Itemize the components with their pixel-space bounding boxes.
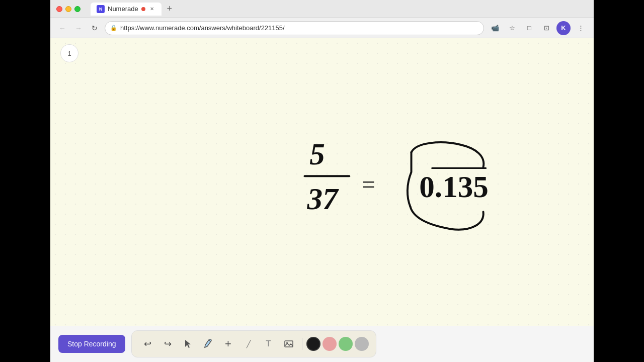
svg-rect-7 xyxy=(285,341,293,347)
lock-icon: 🔒 xyxy=(110,25,117,31)
svg-text:=: = xyxy=(362,171,375,197)
bottom-toolbar: Stop Recording ↩ ↪ + ╱ T xyxy=(50,326,594,362)
title-bar: N Numerade ✕ + xyxy=(50,0,594,18)
tab-search-icon[interactable]: ⊡ xyxy=(539,21,553,35)
tab-recording-indicator xyxy=(141,7,145,11)
svg-text:5: 5 xyxy=(309,137,325,171)
extensions-icon[interactable]: □ xyxy=(522,21,536,35)
color-green[interactable] xyxy=(339,337,353,351)
color-black[interactable] xyxy=(306,337,320,351)
maximize-button[interactable] xyxy=(74,6,80,12)
tab-close-button[interactable]: ✕ xyxy=(148,6,155,13)
tab-bar: N Numerade ✕ + xyxy=(91,3,588,16)
tools-panel: ↩ ↪ + ╱ T xyxy=(131,330,376,357)
select-tool[interactable] xyxy=(179,335,197,353)
close-button[interactable] xyxy=(56,6,62,12)
image-tool[interactable] xyxy=(280,335,298,353)
bookmark-icon[interactable]: ☆ xyxy=(505,21,519,35)
more-options-icon[interactable]: ⋮ xyxy=(574,21,588,35)
url-text: https://www.numerade.com/answers/whitebo… xyxy=(120,24,285,32)
traffic-lights xyxy=(56,6,80,12)
svg-text:37: 37 xyxy=(306,182,339,216)
undo-button[interactable]: ↩ xyxy=(139,335,157,353)
nav-bar: ← → ↻ 🔒 https://www.numerade.com/answers… xyxy=(50,18,594,38)
forward-button[interactable]: → xyxy=(72,22,85,34)
refresh-button[interactable]: ↻ xyxy=(89,22,101,34)
nav-actions: 📹 ☆ □ ⊡ K ⋮ xyxy=(488,21,588,35)
stop-recording-button[interactable]: Stop Recording xyxy=(58,335,125,353)
eraser-tool[interactable]: ╱ xyxy=(239,335,258,353)
tab-title: Numerade xyxy=(108,5,138,13)
svg-text:0.135: 0.135 xyxy=(419,170,489,204)
profile-button[interactable]: K xyxy=(556,21,571,35)
color-gray[interactable] xyxy=(355,337,369,351)
whiteboard-canvas[interactable]: 1 5 37 = 0.135 xyxy=(50,38,594,326)
minimize-button[interactable] xyxy=(65,6,71,12)
tab-favicon: N xyxy=(97,5,105,13)
active-tab[interactable]: N Numerade ✕ xyxy=(91,3,162,16)
add-tool[interactable]: + xyxy=(219,335,237,353)
screen-record-icon[interactable]: 📹 xyxy=(488,21,502,35)
back-button[interactable]: ← xyxy=(56,22,68,34)
address-bar[interactable]: 🔒 https://www.numerade.com/answers/white… xyxy=(105,21,484,35)
redo-button[interactable]: ↪ xyxy=(159,335,177,353)
text-tool[interactable]: T xyxy=(260,335,278,353)
new-tab-button[interactable]: + xyxy=(164,3,176,15)
toolbar-divider xyxy=(302,338,302,350)
color-pink[interactable] xyxy=(323,337,337,351)
page-thumbnail[interactable]: 1 xyxy=(60,44,78,62)
pen-tool[interactable] xyxy=(199,335,217,353)
whiteboard-drawing: 5 37 = 0.135 xyxy=(50,38,594,326)
